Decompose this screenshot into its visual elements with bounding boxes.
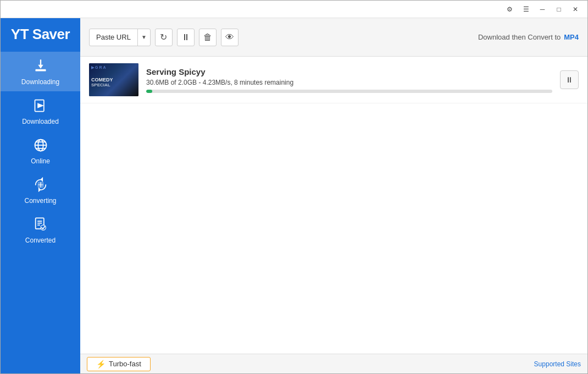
downloaded-icon	[33, 98, 48, 116]
svg-rect-2	[40, 59, 41, 67]
download-icon	[33, 58, 48, 76]
toolbar: Paste URL ▼ ↻ ⏸ 🗑 👁 Download then Conver…	[80, 18, 587, 57]
minimize-button[interactable]: ─	[535, 3, 550, 16]
convert-label: Download then Convert to	[478, 33, 561, 41]
supported-sites-link[interactable]: Supported Sites	[534, 360, 581, 368]
footer: ⚡ Turbo-fast Supported Sites	[80, 354, 587, 373]
download-title: Serving Spicyy	[146, 67, 552, 76]
item-pause-icon: ⏸	[565, 75, 573, 84]
close-icon: ✕	[573, 6, 578, 13]
sidebar: YT Saver Downloading	[1, 18, 80, 373]
minimize-icon: ─	[540, 6, 545, 13]
download-progress-fill	[146, 90, 152, 93]
settings-button[interactable]: ⚙	[502, 3, 517, 16]
turbo-label: Turbo-fast	[109, 360, 141, 368]
title-bar-controls: ⚙ ☰ ─ □ ✕	[502, 3, 583, 16]
thumb-text-comedy: COMEDY	[91, 77, 136, 82]
dropdown-arrow-icon: ▼	[138, 29, 150, 46]
video-thumbnail: ▶GRA COMEDY SPECIAL	[89, 63, 138, 96]
sidebar-item-converted[interactable]: Converted	[1, 210, 80, 250]
empty-content-area	[80, 103, 587, 354]
thumb-text-top: ▶GRA	[91, 65, 136, 70]
refresh-button[interactable]: ↻	[155, 29, 173, 46]
sidebar-nav: Downloading Downloaded	[1, 52, 80, 250]
content-area: ▶GRA COMEDY SPECIAL Serving Spicyy 30.6M…	[80, 57, 587, 354]
download-item: ▶GRA COMEDY SPECIAL Serving Spicyy 30.6M…	[80, 57, 587, 103]
main-layout: YT Saver Downloading	[1, 18, 587, 373]
sidebar-item-downloaded[interactable]: Downloaded	[1, 91, 80, 131]
format-link[interactable]: MP4	[564, 33, 579, 41]
converting-icon	[33, 177, 48, 195]
sidebar-item-online[interactable]: Online	[1, 131, 80, 170]
download-progress-bar	[146, 90, 552, 93]
app-logo: YT Saver	[1, 18, 80, 52]
download-progress-text: 30.6MB of 2.0GB - 4.23MB/s, 8 minutes re…	[146, 79, 552, 86]
pause-all-button[interactable]: ⏸	[177, 29, 195, 46]
sidebar-item-converting[interactable]: Converting	[1, 170, 80, 210]
close-button[interactable]: ✕	[568, 3, 583, 16]
svg-rect-0	[35, 69, 46, 71]
item-pause-button[interactable]: ⏸	[560, 70, 579, 89]
sidebar-label-online: Online	[31, 157, 50, 165]
sidebar-label-converted: Converted	[25, 237, 56, 244]
turbo-fast-button[interactable]: ⚡ Turbo-fast	[87, 357, 151, 371]
title-bar: ⚙ ☰ ─ □ ✕	[1, 1, 587, 18]
sidebar-label-converting: Converting	[24, 197, 56, 205]
maximize-icon: □	[557, 6, 561, 13]
sidebar-item-downloading[interactable]: Downloading	[1, 52, 80, 91]
online-icon	[33, 138, 48, 155]
lightning-icon: ⚡	[96, 360, 106, 369]
preview-button[interactable]: 👁	[221, 29, 238, 46]
hamburger-icon: ☰	[523, 6, 529, 13]
paste-url-button[interactable]: Paste URL ▼	[89, 29, 151, 46]
paste-url-label: Paste URL	[90, 29, 138, 46]
svg-marker-4	[37, 103, 44, 108]
app-title: YT Saver	[11, 26, 70, 42]
gear-icon: ⚙	[507, 6, 513, 13]
eye-icon: 👁	[225, 32, 234, 42]
delete-button[interactable]: 🗑	[199, 29, 217, 46]
converted-icon	[33, 217, 48, 234]
refresh-icon: ↻	[160, 32, 167, 42]
thumb-inner: ▶GRA COMEDY SPECIAL	[89, 63, 138, 96]
sidebar-label-downloaded: Downloaded	[22, 118, 59, 125]
pause-icon: ⏸	[181, 32, 190, 42]
toolbar-right: Download then Convert to MP4	[478, 33, 579, 41]
sidebar-label-downloading: Downloading	[21, 78, 59, 86]
right-panel: Paste URL ▼ ↻ ⏸ 🗑 👁 Download then Conver…	[80, 18, 587, 373]
trash-icon: 🗑	[203, 32, 212, 42]
menu-button[interactable]: ☰	[518, 3, 534, 16]
maximize-button[interactable]: □	[551, 3, 567, 16]
download-info: Serving Spicyy 30.6MB of 2.0GB - 4.23MB/…	[146, 67, 552, 93]
thumb-text-special: SPECIAL	[91, 82, 136, 87]
